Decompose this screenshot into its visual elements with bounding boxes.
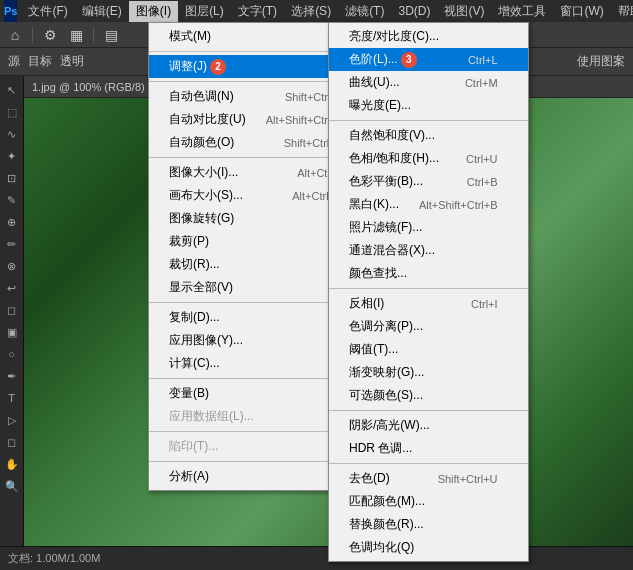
source-label: 源 [8,53,20,70]
menu-hue-sat[interactable]: 色相/饱和度(H)... Ctrl+U [329,147,528,170]
clone-tool[interactable]: ⊗ [2,256,22,276]
menu-item-layer[interactable]: 图层(L) [178,1,231,22]
menu-levels[interactable]: 色阶(L)... 3 Ctrl+L [329,48,528,71]
menu-item-image[interactable]: 图像(I) [129,1,178,22]
menu-photo-filter[interactable]: 照片滤镜(F)... [329,216,528,239]
menu-gradient-map[interactable]: 渐变映射(G)... [329,361,528,384]
eyedropper-tool[interactable]: ✎ [2,190,22,210]
toolbar-sep-2 [93,27,94,43]
menu-brightness[interactable]: 亮度/对比度(C)... [329,25,528,48]
ps-logo: Ps [4,0,17,22]
select-tool[interactable]: ⬚ [2,102,22,122]
eraser-tool[interactable]: ◻ [2,300,22,320]
adj-sep-3 [329,410,528,411]
menu-item-help[interactable]: 帮助(H) [611,1,633,22]
menu-equalize[interactable]: 色调均化(Q) [329,536,528,559]
menu-channel-mixer[interactable]: 通道混合器(X)... [329,239,528,262]
menu-shadow-highlight[interactable]: 阴影/高光(W)... [329,414,528,437]
hand-tool[interactable]: ✋ [2,454,22,474]
target-label: 目标 [28,53,52,70]
menu-threshold[interactable]: 阈值(T)... [329,338,528,361]
menu-item-filter[interactable]: 滤镜(T) [338,1,391,22]
dodge-tool[interactable]: ○ [2,344,22,364]
menu-item-edit[interactable]: 编辑(E) [75,1,129,22]
levels-badge: 3 [401,52,417,68]
menu-item-select[interactable]: 选择(S) [284,1,338,22]
menu-bar: Ps 文件(F) 编辑(E) 图像(I) 图层(L) 文字(T) 选择(S) 滤… [0,0,633,22]
menu-match-color[interactable]: 匹配颜色(M)... [329,490,528,513]
text-tool[interactable]: T [2,388,22,408]
menu-item-3d[interactable]: 3D(D) [391,2,437,20]
menu-vibrance[interactable]: 自然饱和度(V)... [329,124,528,147]
use-pattern-label: 使用图案 [577,53,625,70]
adjust-badge: 2 [210,59,226,75]
history-brush-tool[interactable]: ↩ [2,278,22,298]
brush-tool[interactable]: ✏ [2,234,22,254]
menu-item-window[interactable]: 窗口(W) [553,1,610,22]
menu-posterize[interactable]: 色调分离(P)... [329,315,528,338]
workspace-icon[interactable]: ▤ [100,24,122,46]
lasso-tool[interactable]: ∿ [2,124,22,144]
menu-color-lookup[interactable]: 颜色查找... [329,262,528,285]
left-toolbar: ↖ ⬚ ∿ ✦ ⊡ ✎ ⊕ ✏ ⊗ ↩ ◻ ▣ ○ ✒ T ▷ ◻ ✋ 🔍 [0,76,24,546]
menu-desaturate[interactable]: 去色(D) Shift+Ctrl+U [329,467,528,490]
heal-tool[interactable]: ⊕ [2,212,22,232]
adj-sep-2 [329,288,528,289]
menu-item-view[interactable]: 视图(V) [437,1,491,22]
menu-hdr-toning[interactable]: HDR 色调... [329,437,528,460]
menu-curves[interactable]: 曲线(U)... Ctrl+M [329,71,528,94]
adjust-submenu-popup[interactable]: 亮度/对比度(C)... 色阶(L)... 3 Ctrl+L 曲线(U)... … [328,22,529,562]
menu-color-balance[interactable]: 色彩平衡(B)... Ctrl+B [329,170,528,193]
menu-item-enhance[interactable]: 增效工具 [491,1,553,22]
adj-sep-4 [329,463,528,464]
toolbar-sep-1 [32,27,33,43]
menu-exposure[interactable]: 曝光度(E)... [329,94,528,117]
status-bar: 文档: 1.00M/1.00M [0,546,633,570]
transparent-label: 透明 [60,53,84,70]
menu-selective-color[interactable]: 可选颜色(S)... [329,384,528,407]
menu-item-file[interactable]: 文件(F) [21,1,74,22]
menu-bw[interactable]: 黑白(K)... Alt+Shift+Ctrl+B [329,193,528,216]
gradient-tool[interactable]: ▣ [2,322,22,342]
menu-item-text[interactable]: 文字(T) [231,1,284,22]
move-tool[interactable]: ↖ [2,80,22,100]
pen-tool[interactable]: ✒ [2,366,22,386]
status-text: 文档: 1.00M/1.00M [8,551,100,566]
path-select-tool[interactable]: ▷ [2,410,22,430]
crop-tool[interactable]: ⊡ [2,168,22,188]
arrange-icon[interactable]: ▦ [65,24,87,46]
zoom-tool[interactable]: 🔍 [2,476,22,496]
menu-invert[interactable]: 反相(I) Ctrl+I [329,292,528,315]
canvas-tab-label: 1.jpg @ 100% (RGB/8) [32,81,145,93]
settings-icon[interactable]: ⚙ [39,24,61,46]
home-icon[interactable]: ⌂ [4,24,26,46]
menu-replace-color[interactable]: 替换颜色(R)... [329,513,528,536]
adj-sep-1 [329,120,528,121]
magic-wand-tool[interactable]: ✦ [2,146,22,166]
shape-tool[interactable]: ◻ [2,432,22,452]
